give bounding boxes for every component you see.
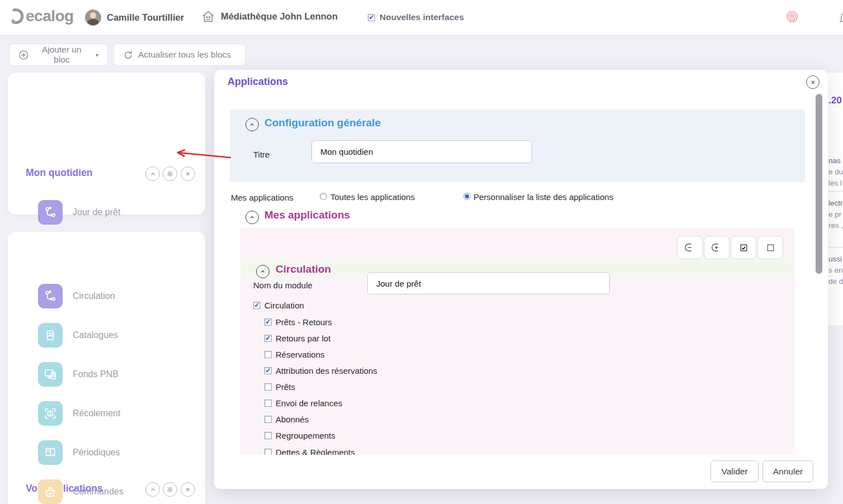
close-icon[interactable] [181,167,195,181]
collapse-block-button[interactable] [145,482,160,497]
refresh-blocks-button[interactable]: Actualiser tous les blocs [113,44,245,66]
checkbox[interactable] [264,351,272,358]
gear-icon[interactable] [163,167,177,181]
cancel-button[interactable]: Annuler [763,460,813,482]
close-icon[interactable] [181,482,195,497]
new-interfaces-checkbox[interactable] [368,14,375,21]
close-icon[interactable] [806,75,820,89]
sidebar-item-commandes[interactable]: Commandes [38,479,124,504]
checkbox[interactable] [264,367,272,374]
checkbox-label: Abonnés [276,415,309,424]
collapse-module-icon[interactable] [256,265,269,278]
validate-button[interactable]: Valider [711,460,759,482]
expand-all-button[interactable] [704,236,730,259]
checkbox-label: Envoi de relances [276,398,342,408]
news-fragment: nas ( [828,156,843,165]
checkbox[interactable] [264,432,272,439]
basket-icon [38,479,63,504]
logo-text: ecalog [26,7,74,25]
checkbox[interactable] [264,318,272,326]
radio-all-apps-label: Toutes les applications [330,192,415,202]
checkbox-row[interactable]: Abonnés [264,415,309,424]
bell-icon[interactable] [838,10,843,25]
checkbox-row[interactable]: Réservations [264,350,325,359]
titre-label: Titre [253,150,269,159]
titre-input[interactable] [311,140,532,163]
uncheck-all-button[interactable] [757,236,783,259]
radio-custom-apps[interactable] [463,193,471,200]
checkbox-label: Dettes & Règlements [276,448,355,455]
checkbox-row[interactable]: Dettes & Règlements [264,448,355,455]
logo-d-icon [9,7,26,25]
config-general-section: Configuration générale Titre [230,110,805,182]
sidebar-item-label: Périodiques [73,448,120,458]
refresh-icon [123,50,134,60]
library-selector[interactable]: Médiathèque John Lennon [201,9,338,23]
checkbox[interactable] [264,383,272,391]
checkbox[interactable] [264,335,272,342]
radio-custom-apps-label: Personnaliser la liste des applications [473,192,613,202]
scan-icon [38,401,63,426]
sidebar-item-fonds-pnb[interactable]: Fonds PNB [38,362,119,387]
book-icon [38,323,63,348]
sidebar-item-periodiques[interactable]: Périodiques [38,440,120,465]
news-fragment: de d [828,277,843,286]
chevron-down-icon: ▾ [96,52,98,58]
block-title: Mon quotidien [26,167,93,179]
user-menu[interactable]: Camille Tourtillier [85,9,184,26]
new-interfaces-label: Nouvelles interfaces [380,12,464,22]
checkbox-row[interactable]: Envoi de relances [264,398,342,408]
sidebar-item-jour-de-pret[interactable]: Jour de prêt [38,200,120,225]
checkbox-row[interactable]: Prêts [264,382,295,392]
sidebar-item-circulation[interactable]: Circulation [38,284,115,308]
sidebar-item-recolement[interactable]: Récolement [38,401,120,426]
new-interfaces-toggle[interactable]: Nouvelles interfaces [368,12,464,22]
checkbox-label: Regroupements [276,431,335,440]
news-fragment: res , [828,221,843,230]
sidebar-item-label: Jour de prêt [73,207,120,217]
checkbox-row[interactable]: Retours par lot [264,334,330,343]
gear-icon[interactable] [163,482,177,497]
radio-all-apps[interactable] [320,193,327,200]
add-block-button[interactable]: Ajouter un bloc ▾ [9,44,108,66]
news-fragment: s en [828,266,843,274]
sidebar-item-label: Catalogues [73,330,118,340]
checkbox-row-circulation[interactable]: Circulation [253,301,304,310]
user-name: Camille Tourtillier [107,12,184,23]
modal-scrollbar-thumb[interactable] [816,94,822,274]
route-icon [38,284,63,308]
module-name-input[interactable] [367,272,610,294]
sidebar-item-label: Commandes [73,487,124,497]
support-contact-icon[interactable] [784,9,800,26]
sidebar-item-label: Fonds PNB [73,369,119,379]
news-fragment: ussi [828,255,842,263]
user-avatar [85,9,101,26]
sidebar-item-catalogues[interactable]: Catalogues [38,323,118,348]
checkbox[interactable] [264,400,272,407]
house-icon [201,9,215,23]
checkbox-row[interactable]: Prêts - Retours [264,317,332,327]
collapse-section-icon[interactable] [245,118,259,131]
news-date-fragment: .20 [828,95,842,106]
news-fragment: les l [828,179,842,187]
screen-doc-icon [38,362,63,387]
collapse-section-icon[interactable] [245,211,259,224]
checkbox[interactable] [264,416,272,423]
circulation-checkbox[interactable] [253,302,261,309]
section-title: Configuration générale [264,117,381,129]
app-header: ecalog Camille Tourtillier Médiathèque J… [0,0,843,35]
apps-section-title: Mes applications [264,209,350,221]
background-news-panel: .20 nas ( e du les l lectr e pr res , us… [828,73,843,325]
collapse-block-button[interactable] [145,167,160,181]
checkbox[interactable] [264,449,272,455]
collapse-all-button[interactable] [677,236,703,259]
sidebar-item-label: Récolement [73,408,120,419]
add-block-label: Ajouter un bloc [34,45,90,65]
checkbox-row[interactable]: Attribution des réservations [264,366,377,375]
checkbox-label: Prêts [276,382,295,392]
checkbox-label: Prêts - Retours [276,317,332,327]
open-book-icon [38,440,63,465]
check-all-button[interactable] [731,236,756,259]
checkbox-row[interactable]: Regroupements [264,431,335,440]
checkbox-label: Réservations [276,350,325,359]
